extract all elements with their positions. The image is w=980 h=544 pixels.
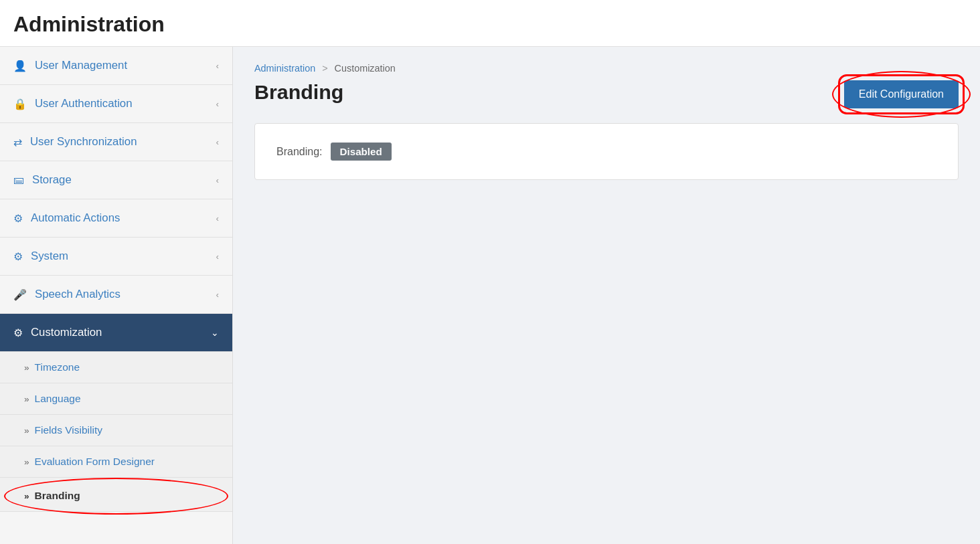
main-content: Administration > Customization Branding … (233, 47, 980, 544)
sidebar-item-label: System (31, 250, 68, 263)
breadcrumb-separator: > (322, 63, 327, 74)
raquo-icon: » (24, 491, 29, 501)
sync-icon: ⇄ (13, 136, 22, 149)
chevron-icon: ‹ (216, 213, 219, 223)
content-title: Branding (254, 80, 343, 104)
chevron-icon: ‹ (216, 252, 219, 262)
actions-icon: ⚙ (13, 212, 23, 225)
content-header: Branding Edit Configuration (254, 80, 959, 108)
user-icon: 👤 (13, 60, 27, 72)
raquo-icon: » (24, 394, 29, 404)
sidebar-item-user-synchronization[interactable]: ⇄ User Synchronization ‹ (0, 123, 232, 161)
sidebar-subitem-language[interactable]: » Language (0, 383, 232, 415)
sidebar-item-user-authentication[interactable]: 🔒 User Authentication ‹ (0, 85, 232, 123)
sidebar-subitem-fields-visibility[interactable]: » Fields Visibility (0, 415, 232, 446)
chevron-icon: ‹ (216, 137, 219, 147)
branding-card: Branding: Disabled (254, 123, 959, 180)
sidebar-item-label: Automatic Actions (31, 211, 120, 225)
subitem-label: Fields Visibility (35, 424, 102, 436)
sidebar: 👤 User Management ‹ 🔒 User Authenticatio… (0, 47, 233, 544)
system-icon: ⚙ (13, 250, 23, 263)
sidebar-item-label: Customization (31, 326, 102, 339)
sidebar-subitem-evaluation-form-designer[interactable]: » Evaluation Form Designer (0, 446, 232, 478)
storage-icon: 🖴 (13, 174, 24, 186)
sidebar-item-label: Storage (32, 173, 72, 187)
subitem-label: Evaluation Form Designer (35, 456, 155, 468)
customization-icon: ⚙ (13, 327, 23, 339)
chevron-icon: ‹ (216, 61, 219, 71)
raquo-icon: » (24, 426, 29, 436)
raquo-icon: » (24, 363, 29, 373)
sidebar-item-customization[interactable]: ⚙ Customization ⌄ (0, 314, 232, 352)
breadcrumb: Administration > Customization (254, 63, 959, 74)
branding-field-label: Branding: (276, 146, 323, 158)
edit-configuration-button[interactable]: Edit Configuration (844, 80, 959, 108)
chevron-icon: ‹ (216, 290, 219, 300)
branding-status-badge: Disabled (331, 143, 392, 161)
sidebar-item-speech-analytics[interactable]: 🎤 Speech Analytics ‹ (0, 276, 232, 314)
sidebar-item-label: User Management (35, 59, 127, 72)
raquo-icon: » (24, 457, 29, 467)
customization-subitems: » Timezone » Language » Fields Visibilit… (0, 352, 232, 512)
chevron-icon: ‹ (216, 175, 219, 185)
subitem-label: Branding (35, 490, 80, 502)
microphone-icon: 🎤 (13, 288, 27, 301)
sidebar-item-label: User Synchronization (30, 135, 137, 149)
page-title: Administration (0, 0, 980, 47)
sidebar-item-automatic-actions[interactable]: ⚙ Automatic Actions ‹ (0, 199, 232, 238)
sidebar-item-storage[interactable]: 🖴 Storage ‹ (0, 161, 232, 199)
sidebar-subitem-branding[interactable]: » Branding (0, 480, 232, 512)
breadcrumb-admin-link[interactable]: Administration (254, 63, 315, 74)
sidebar-item-user-management[interactable]: 👤 User Management ‹ (0, 47, 232, 85)
sidebar-subitem-timezone[interactable]: » Timezone (0, 352, 232, 383)
sidebar-item-label: User Authentication (35, 97, 133, 110)
breadcrumb-current: Customization (335, 63, 396, 74)
chevron-down-icon: ⌄ (211, 327, 219, 338)
sidebar-item-system[interactable]: ⚙ System ‹ (0, 238, 232, 276)
branding-subitem-wrapper: » Branding (0, 480, 232, 512)
chevron-icon: ‹ (216, 99, 219, 109)
subitem-label: Language (35, 393, 81, 405)
subitem-label: Timezone (35, 361, 80, 373)
edit-config-wrapper: Edit Configuration (844, 80, 959, 108)
lock-icon: 🔒 (13, 98, 27, 110)
sidebar-item-label: Speech Analytics (35, 288, 120, 301)
